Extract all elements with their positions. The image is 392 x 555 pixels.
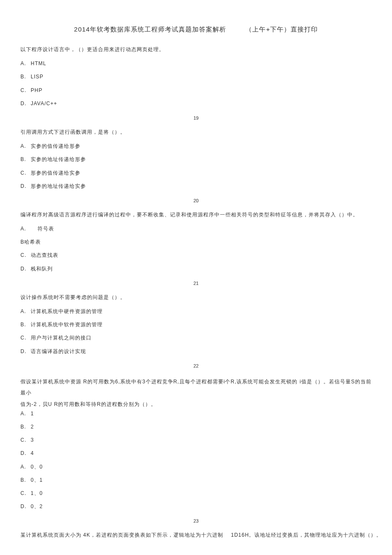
question-22-option1-d: D.4 <box>20 449 372 457</box>
question-18-option-b: B.LISP <box>20 73 372 81</box>
option-letter: A. <box>20 60 31 68</box>
option-text: 实参的值传递给形参 <box>31 143 81 149</box>
question-23-stem: 某计算机系统页面大小为 4K，若进程的页面变换表如下所示，逻辑地址为十六进制 1… <box>20 531 372 539</box>
option-text: 3 <box>31 437 34 443</box>
option-letter: B. <box>20 321 31 329</box>
option-text: 语言编译器的设计实现 <box>31 348 86 354</box>
option-text: 0、1 <box>31 477 43 483</box>
page-title: 2014年软考数据库系统工程师考试真题加答案解析 （上午+下午）直接打印 <box>20 26 372 34</box>
option-letter: C. <box>20 169 31 177</box>
question-20-option-c: C.动态查找表 <box>20 251 372 259</box>
title-sub: （上午+下午）直接打印 <box>245 26 318 34</box>
option-text: 动态查找表 <box>31 252 58 258</box>
question-20-option-a: A.符号表 <box>20 225 372 233</box>
option-text: JAVA/C++ <box>31 101 57 106</box>
option-text: 0、2 <box>31 503 43 509</box>
option-letter: C. <box>20 251 31 259</box>
question-19-option-b: B.实参的地址传递给形参 <box>20 155 372 164</box>
question-22-option2-d: D.0、2 <box>20 503 372 511</box>
option-text: 4 <box>31 450 34 456</box>
option-letter: D. <box>20 182 31 190</box>
question-23-stem-left: 某计算机系统页面大小为 4K，若进程的页面变换表如下所示，逻辑地址为十六进制 <box>20 531 223 539</box>
option-letter: C. <box>20 436 31 444</box>
question-18-option-c: C.PHP <box>20 86 372 95</box>
question-number-19: 19 <box>20 115 372 121</box>
option-letter: A. <box>20 463 31 471</box>
question-22-option2-c: C.1、0 <box>20 489 372 497</box>
option-letter: D. <box>20 100 31 108</box>
question-22-stem-right: i值是（）。若信号量S的当前 <box>300 376 372 387</box>
option-text: HTML <box>31 60 46 66</box>
question-21-option-a: A.计算机系统中硬件资源的管理 <box>20 308 372 316</box>
option-text: LISP <box>31 74 43 80</box>
question-22-stem-line2: 值为-2，贝U R的可用数和等待R的进程数分别为（）。 <box>20 399 372 410</box>
option-letter: B. <box>20 73 31 81</box>
question-19-option-a: A.实参的值传递给形参 <box>20 142 372 150</box>
option-text: 2 <box>31 424 34 430</box>
option-letter: C. <box>20 489 31 497</box>
option-letter: A. <box>20 410 31 418</box>
question-number-20: 20 <box>20 198 372 203</box>
option-letter: D. <box>20 449 31 457</box>
option-text: 符号表 <box>37 226 54 232</box>
question-22-option1-b: B.2 <box>20 423 372 431</box>
question-22-option1-c: C.3 <box>20 436 372 444</box>
question-number-23: 23 <box>20 518 372 523</box>
question-21-stem: 设计操作系统时不需要考虑的问题是（）。 <box>20 293 372 302</box>
option-text: 0、0 <box>31 464 43 470</box>
question-18-stem: 以下程序设计语言中，（）更适合用来进行动态网页处理。 <box>20 46 372 54</box>
question-18-option-d: D.JAVA/C++ <box>20 100 372 108</box>
option-text: 计算机系统中硬件资源的管理 <box>31 308 103 314</box>
option-text: PHP <box>31 87 43 93</box>
question-21-option-c: C.用户与计算机之间的接口 <box>20 334 372 342</box>
question-22-stem-left: 假设某计算机系统中资源 R的可用数为6,系统中有3个进程竞争R,且每个进程都需要… <box>20 376 300 399</box>
question-number-22: 22 <box>20 363 372 368</box>
option-text: 用户与计算机之间的接口 <box>31 335 92 341</box>
question-20-stem: 编译程序对高级语言源程序进行编译的过程中，要不断收集、记录和使用源程序中一些相关… <box>20 211 372 219</box>
option-letter: B. <box>20 423 31 431</box>
option-letter: C. <box>20 334 31 342</box>
option-text: 1 <box>31 411 34 417</box>
question-21-option-d: D.语言编译器的设计实现 <box>20 348 372 356</box>
option-text: 栈和队列 <box>31 266 53 272</box>
option-text: 1、0 <box>31 490 43 496</box>
option-letter: A. <box>20 225 37 233</box>
page: 2014年软考数据库系统工程师考试真题加答案解析 （上午+下午）直接打印 以下程… <box>0 0 392 555</box>
option-letter: C. <box>20 86 31 95</box>
question-20-option-b: B哈希表 <box>20 238 372 246</box>
title-main: 2014年软考数据库系统工程师考试真题加答案解析 <box>74 26 226 34</box>
option-letter: D. <box>20 348 31 356</box>
option-text: 实参的地址传递给形参 <box>31 156 86 162</box>
question-21-option-b: B.计算机系统中软件资源的管理 <box>20 321 372 329</box>
question-22-stem: 假设某计算机系统中资源 R的可用数为6,系统中有3个进程竞争R,且每个进程都需要… <box>20 376 372 410</box>
question-19-stem: 引用调用方式下进行函数调用，是将（）。 <box>20 128 372 136</box>
question-22-option2-a: A.0、0 <box>20 463 372 471</box>
option-text: 形参的地址传递给实参 <box>31 183 86 189</box>
option-letter: A. <box>20 142 31 150</box>
option-letter: D. <box>20 503 31 511</box>
question-20-option-d: D.栈和队列 <box>20 265 372 273</box>
question-18-option-a: A.HTML <box>20 60 372 68</box>
question-22-option1-a: A.1 <box>20 410 372 418</box>
option-text: 形参的值传递给实参 <box>31 170 81 176</box>
option-text: 计算机系统中软件资源的管理 <box>31 322 103 328</box>
option-letter: B. <box>20 155 31 164</box>
option-letter: B. <box>20 476 31 484</box>
option-letter: D. <box>20 265 31 273</box>
option-letter: A. <box>20 308 31 316</box>
question-19-option-c: C.形参的值传递给实参 <box>20 169 372 177</box>
question-19-option-d: D.形参的地址传递给实参 <box>20 182 372 190</box>
question-23-stem-mid: 1D16H。该地址经过变换后，其物理地址应为十六进制（）。 <box>231 531 382 539</box>
question-22-option2-b: B.0、1 <box>20 476 372 484</box>
question-number-21: 21 <box>20 281 372 286</box>
